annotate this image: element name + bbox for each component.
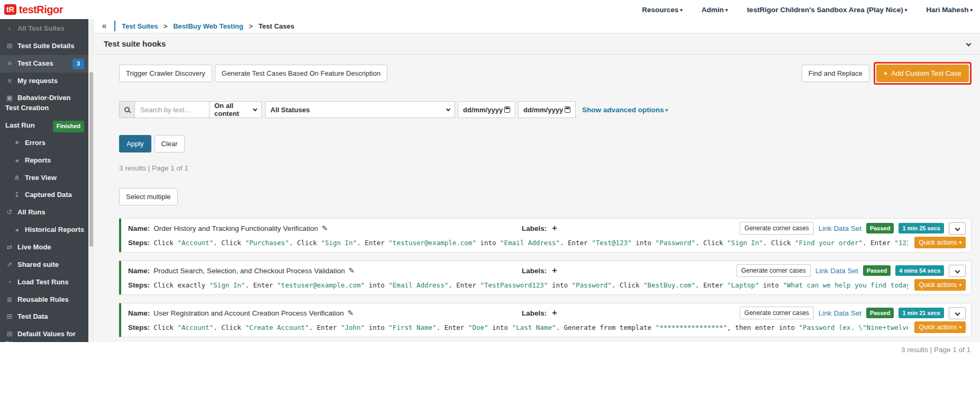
test-case-steps: Click exactly "Sign In". Enter "testuser… <box>153 281 908 289</box>
add-label-icon[interactable]: + <box>552 266 557 275</box>
sidebar-item-label: Load Test Runs <box>17 278 69 286</box>
sidebar-item-test-suite-details[interactable]: ⊞Test Suite Details <box>0 38 88 55</box>
show-advanced-options-link[interactable]: Show advanced options▾ <box>582 106 668 114</box>
add-custom-test-case-button[interactable]: +Add Custom Test Case <box>876 65 969 82</box>
chevron-down-icon <box>955 310 960 316</box>
generate-corner-cases-button[interactable]: Generate corner cases <box>737 264 811 277</box>
scrollbar-thumb[interactable] <box>89 72 93 247</box>
calendar-icon <box>565 106 570 113</box>
sidebar-nav: ‹All Test Suites⊞Test Suite Details≡3Tes… <box>0 20 88 342</box>
test-case-steps: Click "Account". Click "Create Account".… <box>153 324 908 331</box>
link-data-set-link[interactable]: Link Data Set <box>815 267 858 275</box>
sidebar-item-test-cases[interactable]: ≡3Test Cases <box>0 55 88 73</box>
quick-actions-button[interactable]: Quick actions▾ <box>914 237 966 248</box>
expand-test-case-button[interactable] <box>949 307 966 319</box>
sidebar-item-last-run[interactable]: FinishedLast Run <box>0 117 88 134</box>
sidebar-item-all-test-suites[interactable]: ‹All Test Suites <box>0 20 88 38</box>
share-icon: ⇗ <box>5 260 14 270</box>
generate-test-cases-button[interactable]: Generate Test Cases Based On Feature Des… <box>215 65 387 82</box>
steps-label: Steps: <box>128 239 150 247</box>
edit-icon[interactable]: ✎ <box>322 224 328 232</box>
sidebar-item-reusable-rules[interactable]: ≣Reusable Rules <box>0 291 88 309</box>
sidebar-item-load-test-runs[interactable]: ◔Load Test Runs <box>0 274 88 291</box>
count-badge: 3 <box>72 59 84 69</box>
nav-user-menu[interactable]: Hari Mahesh▾ <box>926 6 973 14</box>
apply-button[interactable]: Apply <box>119 135 151 152</box>
clear-button[interactable]: Clear <box>155 135 185 152</box>
nav-resources[interactable]: Resources▾ <box>642 6 683 14</box>
sidebar-item-behavior-driven-test-creation[interactable]: ▣Behavior-Driven Test Creation <box>0 89 88 117</box>
name-label: Name: <box>128 309 150 317</box>
sidebar-item-tree-view[interactable]: ⋔Tree View <box>0 169 88 187</box>
top-bar: tR testRigor Resources▾ Admin▾ testRigor… <box>0 0 980 19</box>
app-logo[interactable]: tR testRigor <box>4 4 63 16</box>
sidebar-item-reports[interactable]: ◕Reports <box>0 152 88 169</box>
search-icon-cell <box>119 101 135 118</box>
sidebar-item-label: Last Run <box>5 121 35 129</box>
main-area: « Test Suites > BestBuy Web Testing > Te… <box>94 19 980 342</box>
grid-icon: ⊞ <box>5 41 14 51</box>
quick-actions-button[interactable]: Quick actions▾ <box>914 279 966 291</box>
select-multiple-button[interactable]: Select multiple <box>119 188 178 205</box>
expand-test-case-button[interactable] <box>949 265 966 277</box>
date-from-input[interactable]: dd/mm/yyyy <box>458 101 515 118</box>
sidebar-item-captured-data[interactable]: ↧Captured Data <box>0 186 88 204</box>
sidebar-item-default-values-for-discovery[interactable]: ⊞Default Values for Discovery <box>0 326 88 342</box>
breadcrumb-test-suites[interactable]: Test Suites <box>122 22 158 30</box>
nav-admin[interactable]: Admin▾ <box>702 6 728 14</box>
table-icon: ⊞ <box>5 329 14 339</box>
sidebar-item-label: My requests <box>17 77 58 85</box>
generate-corner-cases-button[interactable]: Generate corner cases <box>740 307 814 319</box>
chevron-left-icon: ‹ <box>5 24 14 34</box>
content-scope-select[interactable]: On all content <box>209 101 262 118</box>
sidebar-scrollbar[interactable] <box>88 19 94 342</box>
labels-label: Labels: <box>522 267 547 275</box>
add-label-icon[interactable]: + <box>552 224 557 232</box>
sidebar: ‹All Test Suites⊞Test Suite Details≡3Tes… <box>0 19 88 342</box>
results-summary-bottom: 3 results | Page 1 of 1 <box>119 346 972 354</box>
breadcrumb-divider <box>114 21 115 31</box>
sidebar-item-label: Reusable Rules <box>17 295 69 303</box>
sidebar-item-historical-reports[interactable]: ◕Historical Reports <box>0 221 88 239</box>
sidebar-item-test-data[interactable]: ⊞Test Data <box>0 308 88 326</box>
test-suite-hooks-header[interactable]: Test suite hooks <box>94 33 980 55</box>
link-data-set-link[interactable]: Link Data Set <box>819 225 861 232</box>
sidebar-item-live-mode[interactable]: ⇄Live Mode <box>0 239 88 256</box>
status-select[interactable]: All Statuses <box>265 101 455 118</box>
find-and-replace-button[interactable]: Find and Replace <box>802 65 869 82</box>
breadcrumb-separator: > <box>164 22 168 30</box>
nav-workspace[interactable]: testRigor Children's Sandbox Area (Play … <box>747 6 907 14</box>
sidebar-item-all-runs[interactable]: ↺All Runs <box>0 204 88 221</box>
test-case-list: Name: Order History and Tracking Functio… <box>119 218 972 337</box>
toolbar: Trigger Crawler Discovery Generate Test … <box>119 62 972 85</box>
duration-badge: 1 min 25 secs <box>899 223 944 234</box>
edit-icon[interactable]: ✎ <box>349 266 355 275</box>
test-case-card: Name: Order History and Tracking Functio… <box>119 218 972 253</box>
add-label-icon[interactable]: + <box>552 309 557 317</box>
expand-test-case-button[interactable] <box>949 222 966 235</box>
sidebar-item-label: Test Data <box>17 312 48 320</box>
trigger-crawler-discovery-button[interactable]: Trigger Crawler Discovery <box>119 65 212 82</box>
quick-actions-button[interactable]: Quick actions▾ <box>914 321 966 333</box>
test-case-name: Order History and Tracking Functionality… <box>153 225 318 232</box>
link-data-set-link[interactable]: Link Data Set <box>819 309 861 317</box>
page: tR testRigor Resources▾ Admin▾ testRigor… <box>0 0 980 404</box>
collapse-sidebar-button[interactable]: « <box>97 21 111 31</box>
duration-badge: 1 min 21 secs <box>899 308 944 318</box>
sidebar-item-shared-suite[interactable]: ⇗Shared suite <box>0 256 88 274</box>
sidebar-item-errors[interactable]: ✶Errors <box>0 134 88 152</box>
date-to-input[interactable]: dd/mm/yyyy <box>518 101 576 118</box>
name-label: Name: <box>128 267 150 275</box>
caret-down-icon: ▾ <box>666 107 668 113</box>
status-badge: Finished <box>53 121 84 132</box>
bug-icon: ✶ <box>13 138 21 148</box>
sidebar-item-my-requests[interactable]: ≡My requests <box>0 73 88 90</box>
generate-corner-cases-button[interactable]: Generate corner cases <box>740 222 814 235</box>
history-icon: ↺ <box>5 208 14 218</box>
passed-badge: Passed <box>866 308 894 318</box>
breadcrumb-suite-name[interactable]: BestBuy Web Testing <box>173 22 243 30</box>
list-check-icon: ≣ <box>5 295 14 305</box>
search-input[interactable] <box>135 101 210 118</box>
tree-icon: ⋔ <box>13 173 21 183</box>
edit-icon[interactable]: ✎ <box>348 309 354 317</box>
